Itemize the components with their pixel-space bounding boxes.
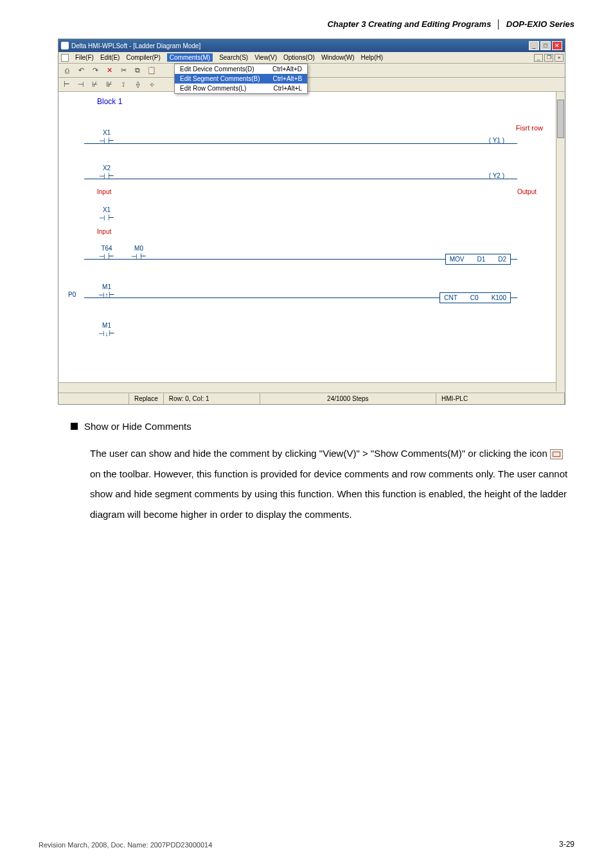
vertical-scrollbar[interactable] <box>556 92 565 391</box>
contact-m1-falling[interactable]: M1 ⊣↓⊢ <box>97 330 116 338</box>
app-screenshot: Delta HMI-WPLSoft - [Ladder Diagram Mode… <box>58 39 565 405</box>
falling-contact-icon: ⊣↓⊢ <box>98 330 115 337</box>
first-row-label: Fisrt row <box>516 124 543 132</box>
copy-icon[interactable]: ⧉ <box>132 65 143 76</box>
block-label: Block 1 <box>97 97 122 106</box>
close-button[interactable]: ✕ <box>552 41 562 50</box>
ladder-tool-1[interactable]: ⊢ <box>61 79 73 91</box>
page-header: Chapter 3 Creating and Editing Programs … <box>327 19 574 29</box>
ladder-tool-6[interactable]: ⟠ <box>132 79 143 91</box>
redo-icon[interactable]: ↷ <box>89 65 101 76</box>
ladder-tool-5[interactable]: ⟟ <box>118 79 129 91</box>
rung-6: M1 ⊣↓⊢ <box>84 323 517 342</box>
show-comments-icon <box>550 449 563 459</box>
undo-icon[interactable]: ↶ <box>75 65 87 76</box>
header-separator: │ <box>496 19 501 29</box>
status-steps: 24/1000 Steps <box>260 393 436 404</box>
menu-options[interactable]: Options(O) <box>283 54 315 61</box>
print-icon[interactable]: ⎙ <box>61 65 73 76</box>
dropdown-segment-comments[interactable]: Edit Segment Comments(B) Ctrl+Alt+B <box>175 74 307 84</box>
footer-page: 3-29 <box>559 840 574 849</box>
output-label: Output <box>517 188 537 195</box>
status-pos: Row: 0, Col: 1 <box>164 393 260 404</box>
coil-y1[interactable]: ( Y1 ) <box>489 137 504 144</box>
menu-compiler[interactable]: Compiler(P) <box>126 54 160 61</box>
rung-2: X2 ⊣ ⊢ ( Y2 ) <box>84 166 517 185</box>
menu-view[interactable]: View(V) <box>254 54 277 61</box>
contact-m0[interactable]: M0 ⊣ ⊢ <box>129 252 148 261</box>
ladder-tool-2[interactable]: ⊣ <box>75 79 87 91</box>
menu-comments[interactable]: Comments(M) <box>167 53 213 62</box>
section-body: The user can show and hide the comment b… <box>90 443 568 524</box>
input-label-2: Input <box>97 228 111 235</box>
contact-x1[interactable]: X1 ⊣ ⊢ <box>97 137 116 145</box>
input-label-1: Input <box>97 188 111 195</box>
bullet-icon <box>71 423 78 430</box>
series-name: DOP-EXIO Series <box>506 19 574 29</box>
rung-1: X1 ⊣ ⊢ ( Y1 ) <box>84 130 517 150</box>
doc-icon <box>61 54 69 62</box>
ladder-tool-3[interactable]: ⊬ <box>89 79 101 91</box>
chapter-title: Chapter 3 Creating and Editing Programs <box>327 19 491 29</box>
section-heading-row: Show or Hide Comments <box>71 421 191 432</box>
menu-edit[interactable]: Edit(E) <box>100 54 120 61</box>
coil-y2[interactable]: ( Y2 ) <box>489 172 504 179</box>
ladder-content[interactable]: Block 1 Fisrt row X1 ⊣ ⊢ ( Y1 ) Input Ou… <box>58 92 556 382</box>
window-title: Delta HMI-WPLSoft - [Ladder Diagram Mode… <box>71 42 200 49</box>
body-part2: on the toolbar. However, this function i… <box>90 468 567 520</box>
toolbar-1: ⎙ ↶ ↷ ✕ ✂ ⧉ 📋 Edit Device Comments(D) Ct… <box>58 64 565 78</box>
contact-x1-b[interactable]: X1 ⊣ ⊢ <box>97 214 116 222</box>
window-controls: _ □ ✕ <box>529 41 562 50</box>
scroll-thumb[interactable] <box>557 100 564 138</box>
child-restore[interactable]: ❐ <box>544 54 553 62</box>
no-contact-icon: ⊣ ⊢ <box>99 172 114 180</box>
dropdown-row-comments[interactable]: Edit Row Comments(L) Ctrl+Alt+L <box>175 84 307 93</box>
dropdown-device-comments[interactable]: Edit Device Comments(D) Ctrl+Alt+D <box>175 64 307 74</box>
ladder-tool-4[interactable]: ⊮ <box>103 79 115 91</box>
rung-3: X1 ⊣ ⊢ <box>84 208 517 227</box>
no-contact-icon: ⊣ ⊢ <box>131 252 146 260</box>
ladder-tool-7[interactable]: ⟡ <box>146 79 157 91</box>
toolbar-2: ⊢ ⊣ ⊬ ⊮ ⟟ ⟠ ⟡ <box>58 78 565 92</box>
horizontal-scrollbar[interactable] <box>58 382 556 391</box>
no-contact-icon: ⊣ ⊢ <box>99 214 114 222</box>
no-contact-icon: ⊣ ⊢ <box>99 137 114 145</box>
p0-label: P0 <box>68 291 76 298</box>
no-contact-icon: ⊣ ⊢ <box>99 252 114 260</box>
section-heading: Show or Hide Comments <box>84 421 191 432</box>
statusbar: Replace Row: 0, Col: 1 24/1000 Steps HMI… <box>58 393 565 404</box>
rung-5: M1 ⊣↑⊢ CNT C0 K100 <box>84 285 517 304</box>
menu-window[interactable]: Window(W) <box>321 54 355 61</box>
rising-contact-icon: ⊣↑⊢ <box>98 291 115 299</box>
menu-help[interactable]: Help(H) <box>361 54 383 61</box>
cnt-instruction[interactable]: CNT C0 K100 <box>440 292 511 303</box>
menu-file[interactable]: File(F) <box>75 54 94 61</box>
contact-x2[interactable]: X2 ⊣ ⊢ <box>97 172 116 181</box>
footer-revision: Revision March, 2008, Doc. Name: 2007PDD… <box>39 841 212 849</box>
titlebar: Delta HMI-WPLSoft - [Ladder Diagram Mode… <box>58 39 565 52</box>
maximize-button[interactable]: □ <box>540 41 551 50</box>
cut-icon[interactable]: ✂ <box>118 65 129 76</box>
child-close[interactable]: × <box>555 54 564 62</box>
mov-instruction[interactable]: MOV D1 D2 <box>445 254 511 265</box>
status-target: HMI-PLC <box>436 393 565 404</box>
contact-t64[interactable]: T64 ⊣ ⊢ <box>97 252 116 261</box>
app-icon <box>61 42 69 49</box>
contact-m1-rising[interactable]: M1 ⊣↑⊢ <box>97 291 116 299</box>
status-mode: Replace <box>129 393 164 404</box>
minimize-button[interactable]: _ <box>529 41 539 50</box>
body-part1: The user can show and hide the comment b… <box>90 448 550 459</box>
child-minimize[interactable]: _ <box>534 54 543 62</box>
rung-4: T64 ⊣ ⊢ M0 ⊣ ⊢ MOV D1 D2 <box>84 246 517 265</box>
delete-icon[interactable]: ✕ <box>103 65 115 76</box>
menu-search[interactable]: Search(S) <box>219 54 248 61</box>
comments-dropdown: Edit Device Comments(D) Ctrl+Alt+D Edit … <box>174 64 308 94</box>
paste-icon[interactable]: 📋 <box>146 65 157 76</box>
ladder-area: Block 1 Fisrt row X1 ⊣ ⊢ ( Y1 ) Input Ou… <box>58 92 565 391</box>
menubar: File(F) Edit(E) Compiler(P) Comments(M) … <box>58 52 565 64</box>
